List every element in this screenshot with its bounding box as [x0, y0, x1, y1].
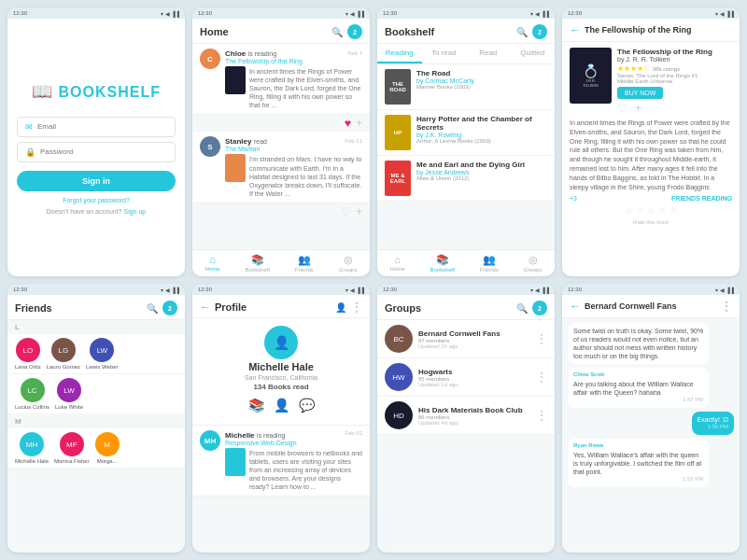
signin-button[interactable]: Sign in [17, 171, 176, 191]
back-arrow-icon[interactable]: ← [570, 23, 581, 36]
rate-label: Rate this book [570, 219, 732, 225]
edit-profile-icon[interactable]: 👤 [335, 302, 346, 313]
chat-title: Bernard Cornwell Fans [585, 301, 717, 311]
search-icon-groups[interactable]: 🔍 [516, 303, 528, 314]
profile-person-icon[interactable]: 👤 [274, 398, 289, 413]
chat-messages: Some twist on truth is okay. Some twist,… [562, 318, 740, 553]
buy-button[interactable]: BUY NOW [617, 87, 663, 99]
nav-friends[interactable]: 👥 Friends [295, 254, 314, 273]
profile-feed-user: Michelle [225, 431, 255, 440]
signup-link[interactable]: Sign up [123, 208, 146, 215]
status-time: 12:30 [13, 10, 27, 16]
wish-heart-icon[interactable]: ♡ [617, 102, 627, 115]
friend-luke[interactable]: LW Luke White [55, 378, 83, 410]
nav-bookshelf[interactable]: 📚 Bookshelf [245, 254, 269, 273]
friend-lauro[interactable]: LG Lauro Gomez [47, 338, 80, 370]
profile-books-icon[interactable]: 📚 [248, 398, 264, 413]
group-info-hdm: His Dark Materials Book Club 86 members … [418, 406, 530, 426]
search-icon-friends[interactable]: 🔍 [147, 303, 158, 314]
search-icon[interactable]: 🔍 [331, 27, 343, 37]
profile-chat-icon[interactable]: 💬 [299, 398, 315, 413]
book-detail-panel: 12:30 ▾ ◀ ▐▐ ← The Fellowship of the Rin… [562, 7, 740, 276]
rate-star-5[interactable]: ☆ [669, 205, 678, 216]
nav-friends-bs[interactable]: 👥 Friends [480, 254, 499, 273]
nav-friends-label: Friends [295, 267, 314, 273]
feed-book-chloe[interactable]: The Fellowship of the Ring [225, 58, 362, 64]
profile-feed-text: From mobile browsers to netbooks and tab… [249, 449, 362, 491]
groups-list: BC Bernard Cornwell Fans 97 members Upda… [377, 320, 555, 553]
chat-menu-icon[interactable]: ⋮ [721, 300, 732, 313]
friend-monica[interactable]: MF Monica Fisher [54, 432, 90, 464]
nav-bookshelf-bs[interactable]: 📚 Bookshelf [430, 254, 454, 273]
search-icon-bookshelf[interactable]: 🔍 [516, 27, 528, 37]
group-menu-bcf[interactable]: ⋮ [536, 332, 547, 345]
friends-reading-label[interactable]: FRIENDS READING [671, 195, 732, 202]
friend-morga[interactable]: M Morga... [95, 432, 120, 464]
name-morga: Morga... [97, 458, 118, 464]
avatar-lucius: LC [21, 378, 45, 402]
like-icon-chloe[interactable]: ♥ [345, 117, 351, 130]
profile-location: San Francisco, California [245, 374, 317, 381]
group-item-hogwarts[interactable]: HW Hogwarts 55 members Updated 1d ago ⋮ [377, 358, 555, 397]
back-arrow-chat[interactable]: ← [570, 300, 581, 313]
feed-date-stanley: Feb 11 [345, 138, 362, 144]
rate-star-4[interactable]: ☆ [658, 205, 667, 216]
book-author-meearl: by Jesse Andrews [416, 169, 547, 175]
friend-lucius[interactable]: LC Lucius Collins [15, 378, 49, 410]
avatar-morga: M [95, 432, 120, 456]
groups-header-icons: 🔍 2 [516, 301, 547, 315]
group-menu-hogwarts[interactable]: ⋮ [536, 371, 547, 384]
forgot-password-link[interactable]: Forgot your password? [63, 197, 130, 203]
back-arrow-profile[interactable]: ← [200, 301, 211, 314]
email-field[interactable]: ✉ [17, 117, 176, 137]
profile-menu-icon[interactable]: ⋮ [351, 301, 362, 314]
profile-panel: 12:30 ▾ ◀ ▐▐ ← Profile 👤 ⋮ 👤 Michelle Ha… [192, 284, 370, 553]
book-title-theroad[interactable]: The Road [416, 69, 547, 77]
add-plus-icon[interactable]: + [635, 102, 641, 115]
rate-star-1[interactable]: ☆ [625, 205, 633, 216]
chat-time-1: 1:47 PM [573, 397, 703, 404]
friend-lana[interactable]: LO Lana Ortiz [15, 338, 41, 370]
feed-book-stanley[interactable]: The Martian [225, 146, 362, 152]
book-list: THEROAD The Road by Cormac McCarty Marin… [377, 64, 555, 249]
groups-title: Groups [385, 302, 421, 314]
bottom-nav-home: ⌂ Home 📚 Bookshelf 👥 Friends ◎ Groups [192, 249, 370, 276]
plus-icon-stanley[interactable]: + [356, 205, 362, 218]
groups-badge[interactable]: 2 [532, 301, 547, 315]
rate-star-2[interactable]: ☆ [636, 205, 644, 216]
profile-name: Michelle Hale [248, 361, 314, 372]
password-input[interactable] [40, 147, 167, 156]
group-item-hdm[interactable]: HD His Dark Materials Book Club 86 membe… [377, 397, 555, 435]
groups-panel: 12:30 ▾ ◀ ▐▐ Groups 🔍 2 BC Bernard Cornw… [377, 284, 555, 553]
group-info-hogwarts: Hogwarts 55 members Updated 1d ago [418, 368, 530, 387]
book-title-hp[interactable]: Harry Potter and the Chamber of Secrets [416, 115, 547, 132]
friend-lewis[interactable]: LW Lewis Weber [86, 338, 119, 370]
friends-badge[interactable]: 2 [162, 301, 177, 315]
group-menu-hdm[interactable]: ⋮ [536, 409, 547, 422]
tab-read[interactable]: Read [466, 44, 511, 63]
password-field[interactable]: 🔒 [17, 142, 176, 162]
profile-avatar: 👤 [264, 326, 298, 359]
like-icon-stanley[interactable]: ♡ [341, 205, 351, 218]
nav-groups[interactable]: ◎ Groups [339, 254, 358, 273]
group-item-bcf[interactable]: BC Bernard Cornwell Fans 97 members Upda… [377, 320, 555, 358]
book-pub-meearl: Allen & Unwin (2012) [416, 175, 547, 181]
rate-stars: ☆ ☆ ☆ ☆ ☆ [570, 205, 732, 216]
friend-michelle[interactable]: MH Michelle Hale [15, 432, 49, 464]
book-title-meearl[interactable]: Me and Earl and the Dying Girl [416, 161, 547, 169]
tab-reading[interactable]: Reading [377, 44, 422, 63]
rate-star-3[interactable]: ☆ [647, 205, 655, 216]
nav-groups-bs[interactable]: ◎ Groups [524, 254, 543, 273]
avatar-michelle: MH [20, 432, 44, 456]
tab-quitted[interactable]: Quitted [511, 44, 556, 63]
nav-home-bs[interactable]: ⌂ Home [389, 254, 404, 273]
email-input[interactable] [37, 122, 167, 131]
plus-icon-chloe[interactable]: + [356, 117, 362, 130]
nav-home[interactable]: ⌂ Home [204, 254, 219, 273]
tab-toread[interactable]: To read [422, 44, 467, 63]
notification-badge[interactable]: 2 [347, 24, 362, 39]
chat-panel: 12:30 ▾ ◀ ▐▐ ← Bernard Cornwell Fans ⋮ S… [562, 284, 740, 553]
friends-header: Friends 🔍 2 [7, 295, 185, 320]
bookshelf-badge[interactable]: 2 [532, 24, 547, 39]
profile-feed-book[interactable]: Responsive Web Design [225, 440, 362, 446]
